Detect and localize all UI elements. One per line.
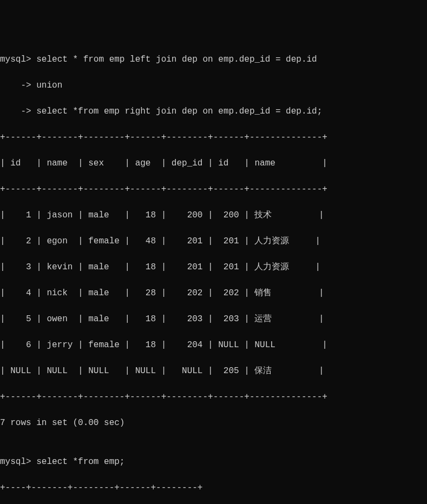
table2-border-top: +----+-------+--------+------+--------+ (0, 481, 427, 494)
mysql-prompt[interactable]: mysql> (0, 55, 36, 64)
query1-line1: mysql> select * from emp left join dep o… (0, 53, 427, 66)
table-row: | 5 | owen | male | 18 | 203 | 203 | 运营 … (0, 313, 427, 326)
table-row: | 4 | nick | male | 28 | 202 | 202 | 销售 … (0, 287, 427, 300)
table-row: | 6 | jerry | female | 18 | 204 | NULL |… (0, 339, 427, 352)
query1-line2: -> union (0, 79, 427, 92)
table-row: | 3 | kevin | male | 18 | 201 | 201 | 人力… (0, 261, 427, 274)
mysql-prompt[interactable]: mysql> (0, 457, 36, 467)
table-row: | 1 | jason | male | 18 | 200 | 200 | 技术… (0, 209, 427, 222)
table-row: | 2 | egon | female | 48 | 201 | 201 | 人… (0, 235, 427, 248)
sql-command: union (36, 81, 62, 90)
table1-header: | id | name | sex | age | dep_id | id | … (0, 157, 427, 170)
continuation-prompt[interactable]: -> (0, 107, 36, 116)
query2-line: mysql> select *from emp; (0, 455, 427, 468)
table-row: | NULL | NULL | NULL | NULL | NULL | 205… (0, 364, 427, 377)
continuation-prompt[interactable]: -> (0, 81, 36, 90)
table1-border-mid: +------+-------+--------+------+--------… (0, 183, 427, 196)
sql-command: select * from emp left join dep on emp.d… (36, 55, 317, 64)
query1-line3: -> select *from emp right join dep on em… (0, 105, 427, 118)
table1-border-top: +------+-------+--------+------+--------… (0, 131, 427, 144)
table1-status: 7 rows in set (0.00 sec) (0, 416, 427, 429)
sql-command: select *from emp right join dep on emp.d… (36, 107, 322, 116)
sql-command: select *from emp; (36, 457, 124, 467)
table1-border-bot: +------+-------+--------+------+--------… (0, 390, 427, 403)
